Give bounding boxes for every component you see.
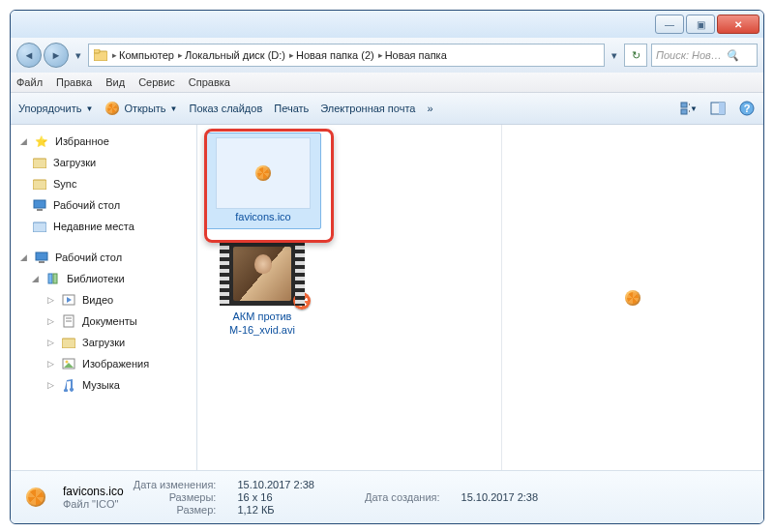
create-value: 15.10.2017 2:38: [461, 491, 539, 503]
slideshow-button[interactable]: Показ слайдов: [190, 103, 263, 114]
sidebar-music[interactable]: ▷Музыка: [11, 374, 196, 396]
menu-file[interactable]: Файл: [16, 76, 43, 88]
dim-label: Размеры:: [134, 491, 217, 503]
preview-pane: [501, 125, 763, 470]
search-input[interactable]: Поиск: Нов… 🔍: [651, 44, 758, 67]
details-icon: [18, 480, 53, 515]
player-badge-icon: [293, 292, 311, 310]
help-icon[interactable]: ?: [738, 100, 756, 117]
search-placeholder: Поиск: Нов…: [656, 49, 722, 61]
search-icon: 🔍: [726, 49, 739, 62]
svg-rect-2: [681, 103, 687, 107]
toolbar-overflow[interactable]: »: [427, 103, 432, 114]
sidebar-sync[interactable]: Sync: [11, 173, 196, 194]
details-filename: favicons.ico: [63, 485, 124, 498]
menu-tools[interactable]: Сервис: [138, 76, 175, 88]
minimize-button[interactable]: —: [655, 15, 684, 34]
size-label: Размер:: [134, 504, 217, 516]
music-icon: [61, 377, 76, 393]
desktop-icon: [32, 197, 47, 213]
toolbar: Упорядочить▼ Открыть▼ Показ слайдов Печа…: [11, 93, 763, 125]
open-button[interactable]: Открыть▼: [104, 101, 177, 116]
svg-rect-24: [62, 339, 75, 348]
star-icon: ⭐: [34, 133, 49, 149]
address-dropdown[interactable]: ▾: [609, 44, 620, 66]
size-value: 1,12 КБ: [237, 504, 314, 516]
recent-icon: [32, 219, 47, 234]
favorites-header[interactable]: ◢⭐Избранное: [11, 131, 196, 152]
crumb-computer[interactable]: Компьютер: [119, 49, 174, 61]
maximize-button[interactable]: ▣: [686, 15, 715, 34]
libraries-header[interactable]: ◢Библиотеки: [11, 268, 196, 289]
refresh-button[interactable]: ↻: [624, 44, 647, 67]
libraries-icon: [45, 271, 61, 286]
sidebar-video[interactable]: ▷Видео: [11, 289, 196, 310]
sidebar-documents[interactable]: ▷Документы: [11, 310, 196, 332]
desktop-header[interactable]: ◢Рабочий стол: [11, 247, 196, 268]
view-options-icon[interactable]: ▼: [680, 100, 698, 117]
explorer-window: — ▣ ✕ ◄ ► ▾ ▸Компьютер ▸Локальный диск (…: [10, 10, 764, 524]
menu-edit[interactable]: Правка: [56, 76, 92, 88]
downloads-lib-icon: [61, 335, 76, 350]
back-button[interactable]: ◄: [16, 43, 42, 68]
svg-rect-13: [37, 209, 43, 211]
sidebar-downloads[interactable]: Загрузки: [11, 152, 196, 173]
crumb-folder2[interactable]: Новая папка: [385, 49, 447, 61]
print-button[interactable]: Печать: [274, 103, 309, 114]
svg-rect-1: [94, 49, 100, 53]
file-video[interactable]: АКМ против М-16_xvid.avi: [205, 235, 319, 341]
svg-rect-7: [719, 103, 725, 114]
navigation-pane: ◢⭐Избранное Загрузки Sync Рабочий стол Н…: [11, 125, 197, 470]
svg-rect-15: [36, 252, 47, 260]
sidebar-recent[interactable]: Недавние места: [11, 216, 196, 237]
sidebar-images[interactable]: ▷Изображения: [11, 353, 196, 374]
svg-rect-17: [48, 274, 52, 283]
details-pane: favicons.ico Файл "ICO" Дата изменения:1…: [11, 470, 763, 523]
svg-rect-16: [39, 261, 45, 263]
create-label: Дата создания:: [365, 491, 440, 503]
nav-row: ◄ ► ▾ ▸Компьютер ▸Локальный диск (D:) ▸Н…: [11, 38, 763, 73]
crumb-folder1[interactable]: Новая папка (2): [296, 49, 374, 61]
mod-value: 15.10.2017 2:38: [237, 479, 314, 490]
svg-rect-14: [33, 222, 46, 232]
orange-icon: [255, 165, 271, 181]
crumb-drive[interactable]: Локальный диск (D:): [185, 49, 285, 61]
svg-point-26: [66, 361, 69, 364]
favicons-thumb: [216, 137, 311, 209]
menu-view[interactable]: Вид: [105, 76, 125, 88]
file-list[interactable]: favicons.ico АКМ против М-16_xvid.avi: [197, 125, 501, 470]
sidebar-lib-downloads[interactable]: ▷Загрузки: [11, 332, 196, 353]
sidebar-desktop-fav[interactable]: Рабочий стол: [11, 194, 196, 216]
close-button[interactable]: ✕: [717, 15, 759, 34]
email-button[interactable]: Электронная почта: [320, 103, 415, 114]
desktop-icon: [34, 250, 49, 265]
organize-button[interactable]: Упорядочить▼: [18, 103, 93, 114]
svg-rect-18: [53, 274, 57, 283]
file-label: favicons.ico: [235, 211, 290, 224]
preview-orange-icon: [625, 290, 640, 306]
menu-help[interactable]: Справка: [189, 76, 230, 88]
video-thumb: [216, 239, 309, 309]
sync-folder-icon: [32, 176, 47, 192]
folder-icon: [93, 47, 108, 63]
address-bar[interactable]: ▸Компьютер ▸Локальный диск (D:) ▸Новая п…: [88, 44, 605, 67]
svg-rect-10: [33, 159, 46, 168]
nav-history-dropdown[interactable]: ▾: [73, 44, 84, 66]
video-icon: [61, 292, 76, 308]
svg-rect-12: [34, 200, 45, 208]
forward-button[interactable]: ►: [44, 43, 69, 68]
file-favicons[interactable]: favicons.ico: [205, 133, 321, 229]
svg-rect-11: [33, 180, 46, 190]
svg-rect-3: [681, 109, 687, 114]
documents-icon: [61, 313, 76, 329]
svg-text:?: ?: [744, 103, 751, 114]
titlebar[interactable]: — ▣ ✕: [11, 11, 763, 38]
menubar: Файл Правка Вид Сервис Справка: [11, 73, 763, 93]
file-label: АКМ против М-16_xvid.avi: [209, 310, 315, 338]
preview-pane-icon[interactable]: [709, 100, 727, 117]
open-icon: [104, 101, 120, 116]
mod-label: Дата изменения:: [134, 479, 217, 490]
content-area: favicons.ico АКМ против М-16_xvid.avi: [197, 125, 763, 470]
details-filetype: Файл "ICO": [63, 498, 124, 510]
downloads-icon: [32, 155, 47, 170]
